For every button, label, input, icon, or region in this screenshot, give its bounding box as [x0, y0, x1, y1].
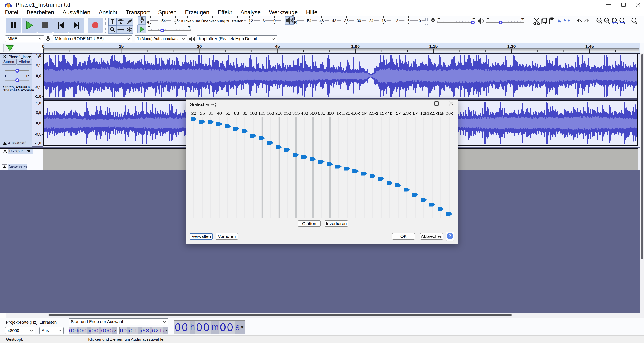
svg-text:−: − — [486, 18, 489, 21]
svg-text:−: − — [148, 26, 150, 29]
svg-text:−: − — [438, 18, 440, 21]
svg-text:+: + — [521, 18, 524, 21]
svg-text:+: + — [188, 26, 191, 29]
